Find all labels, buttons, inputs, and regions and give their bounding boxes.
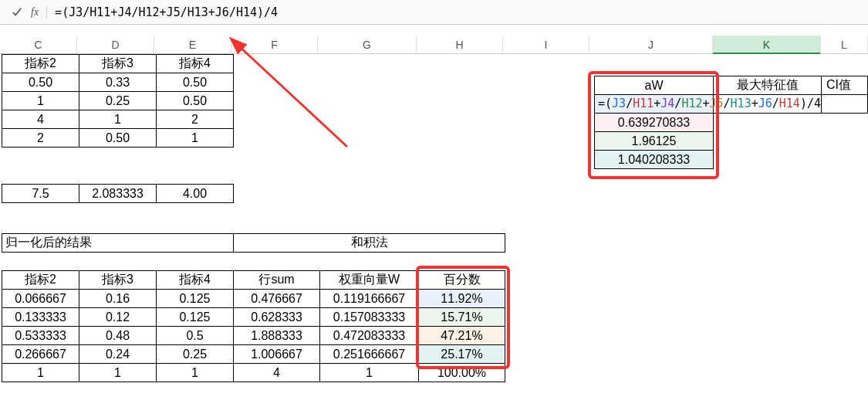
col-header-i[interactable]: I <box>503 36 589 53</box>
col-header-l[interactable]: L <box>821 36 868 53</box>
cell[interactable]: 0.50 <box>157 92 234 110</box>
cell[interactable]: 2.083333 <box>79 185 157 203</box>
cell[interactable]: 2 <box>157 110 234 129</box>
labels-row: 归一化后的结果 和积法 <box>2 233 505 253</box>
cell[interactable]: 0.472083333 <box>320 327 419 345</box>
cell[interactable]: 4 <box>2 110 79 129</box>
cell[interactable]: 0.25 <box>79 92 157 110</box>
top-table: 指标2 指标3 指标4 0.500.330.50 10.250.50 412 2… <box>2 54 234 148</box>
cell[interactable]: 0.50 <box>157 73 234 92</box>
col-header-e[interactable]: E <box>154 36 231 53</box>
cell[interactable]: 指标4 <box>157 55 234 73</box>
cell[interactable]: 7.5 <box>2 185 79 203</box>
cell[interactable]: 0.24 <box>79 345 157 364</box>
cell[interactable]: 0.5 <box>157 327 234 345</box>
cell[interactable]: 指标3 <box>79 271 157 290</box>
cell[interactable]: 0.125 <box>157 290 234 308</box>
cell[interactable]: 0.133333 <box>2 308 79 327</box>
sums-row: 7.5 2.083333 4.00 <box>2 184 234 203</box>
col-header-f[interactable]: F <box>231 36 318 53</box>
cell[interactable]: 0.476667 <box>234 290 320 308</box>
cell[interactable]: 0.266667 <box>2 345 79 364</box>
cell[interactable]: 指标2 <box>2 55 79 73</box>
cell[interactable]: 0.16 <box>79 290 157 308</box>
aw-highlight-icon <box>588 71 719 179</box>
svg-line-0 <box>239 46 347 147</box>
cell[interactable]: 0.628333 <box>234 308 320 327</box>
cell[interactable]: 1 <box>2 92 79 110</box>
cell[interactable]: 0.50 <box>79 129 157 148</box>
norm-label[interactable]: 归一化后的结果 <box>2 234 234 253</box>
cell[interactable] <box>822 95 868 114</box>
cell[interactable]: 0.25 <box>157 345 234 364</box>
sum-method-label[interactable]: 和积法 <box>234 234 505 253</box>
col-header-d[interactable]: D <box>77 36 154 53</box>
cell[interactable]: 行sum <box>234 271 320 290</box>
cell[interactable]: 0.533333 <box>2 327 79 345</box>
cell[interactable]: 1 <box>320 364 419 382</box>
cell[interactable]: 1 <box>79 364 157 382</box>
cell[interactable]: 2 <box>2 129 79 148</box>
cell[interactable]: 最大特征值 <box>714 76 822 95</box>
cell[interactable]: 1.888333 <box>234 327 320 345</box>
cell[interactable]: 指标4 <box>157 271 234 290</box>
cell[interactable]: 权重向量W <box>320 271 419 290</box>
col-header-h[interactable]: H <box>417 36 503 53</box>
cell[interactable]: 0.119166667 <box>320 290 419 308</box>
cell[interactable]: 0.251666667 <box>320 345 419 364</box>
cell[interactable]: 1 <box>2 364 79 382</box>
cell[interactable]: 指标2 <box>2 271 79 290</box>
col-header-j[interactable]: J <box>589 36 713 53</box>
cell[interactable]: 0.125 <box>157 308 234 327</box>
column-headers: C D E F G H I J K L <box>0 36 868 54</box>
cell[interactable]: 指标3 <box>79 55 157 73</box>
cell[interactable]: 0.12 <box>79 308 157 327</box>
percent-highlight-icon <box>416 266 510 369</box>
cell[interactable]: CI值 <box>822 76 868 95</box>
col-header-k[interactable]: K <box>713 36 821 53</box>
formula-input[interactable]: =(J3/H11+J4/H12+J5/H13+J6/H14)/4 <box>55 5 278 19</box>
fx-label[interactable]: fx <box>28 6 47 19</box>
col-header-g[interactable]: G <box>318 36 417 53</box>
cell[interactable]: 0.48 <box>79 327 157 345</box>
cell[interactable]: 1 <box>157 129 234 148</box>
cell[interactable]: 4 <box>234 364 320 382</box>
cell[interactable]: 0.50 <box>2 73 79 92</box>
cell[interactable]: 1 <box>79 110 157 129</box>
col-header-c[interactable]: C <box>0 36 77 53</box>
cell[interactable]: 0.33 <box>79 73 157 92</box>
cell[interactable]: 0.066667 <box>2 290 79 308</box>
accept-icon[interactable] <box>6 2 28 23</box>
cell[interactable]: 0.157083333 <box>320 308 419 327</box>
formula-bar: fx =(J3/H11+J4/H12+J5/H13+J6/H14)/4 <box>0 0 868 25</box>
cell[interactable]: 1.006667 <box>234 345 320 364</box>
cell[interactable]: 1 <box>157 364 234 382</box>
cell[interactable]: 4.00 <box>157 185 234 203</box>
